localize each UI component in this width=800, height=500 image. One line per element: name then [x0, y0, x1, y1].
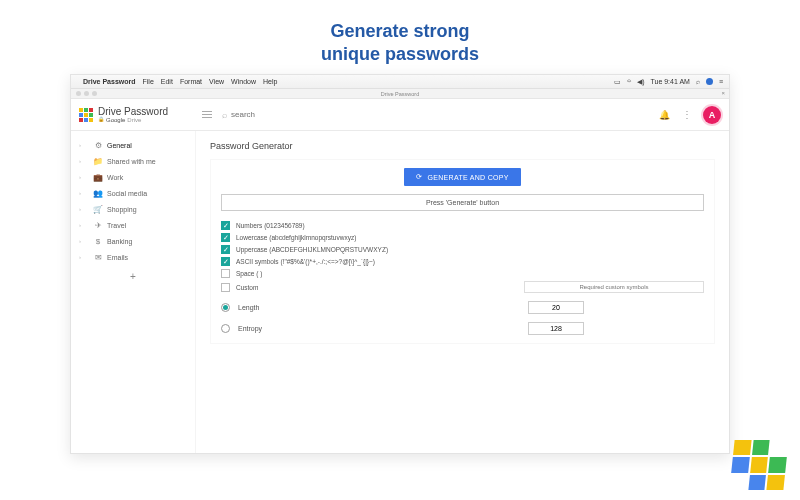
volume-icon[interactable]: ◀) — [637, 78, 644, 86]
add-category-button[interactable]: + — [71, 265, 195, 288]
search-input[interactable] — [231, 110, 291, 119]
sidebar-item-banking[interactable]: › $ Banking — [71, 233, 195, 249]
mode-radios: Length Entropy — [221, 301, 704, 335]
sidebar-item-social[interactable]: › 👥 Social media — [71, 185, 195, 201]
refresh-icon: ⟳ — [416, 173, 422, 181]
sidebar-item-emails[interactable]: › ✉ Emails — [71, 249, 195, 265]
spotlight-icon[interactable]: ⌕ — [696, 78, 700, 85]
sidebar-item-label: Banking — [107, 238, 187, 245]
headline-line1: Generate strong — [0, 20, 800, 43]
menu-icon[interactable] — [202, 111, 212, 119]
sidebar-item-label: Emails — [107, 254, 187, 261]
more-icon[interactable]: ⋮ — [682, 109, 691, 120]
sidebar-item-label: Shared with me — [107, 158, 187, 165]
notifications-icon[interactable]: ≡ — [719, 78, 723, 85]
folder-icon: 📁 — [91, 157, 105, 166]
airplay-icon[interactable]: ▭ — [614, 78, 621, 86]
sidebar-item-label: Social media — [107, 190, 187, 197]
headline-line2: unique passwords — [0, 43, 800, 66]
briefcase-icon: 💼 — [91, 173, 105, 182]
checkbox-ascii[interactable]: ✓ — [221, 257, 230, 266]
chevron-right-icon: › — [79, 158, 89, 164]
option-custom: Custom — [221, 281, 704, 293]
menubar-help[interactable]: Help — [263, 78, 277, 85]
gear-icon: ⚙ — [91, 141, 105, 150]
option-lowercase: ✓ Lowercase (abcdefghijklmnopqrstuvwxyz) — [221, 233, 704, 242]
sidebar-item-work[interactable]: › 💼 Work — [71, 169, 195, 185]
checkbox-numbers[interactable]: ✓ — [221, 221, 230, 230]
sidebar-item-label: Shopping — [107, 206, 187, 213]
sidebar-item-shared[interactable]: › 📁 Shared with me — [71, 153, 195, 169]
option-numbers: ✓ Numbers (0123456789) — [221, 221, 704, 230]
brand-subtitle: 🔒 Google Drive — [98, 117, 168, 123]
generate-button[interactable]: ⟳ GENERATE AND COPY — [404, 168, 521, 186]
menubar-app-name[interactable]: Drive Password — [83, 78, 136, 85]
plane-icon: ✈ — [91, 221, 105, 230]
checkbox-space[interactable] — [221, 269, 230, 278]
sidebar-item-label: Travel — [107, 222, 187, 229]
menubar-time[interactable]: Tue 9:41 AM — [650, 78, 689, 85]
brand-logo-icon — [79, 108, 93, 122]
chevron-right-icon: › — [79, 206, 89, 212]
option-uppercase: ✓ Uppercase (ABCDEFGHIJKLMNOPQRSTUVWXYZ) — [221, 245, 704, 254]
radio-length-row: Length — [221, 301, 704, 314]
menubar-edit[interactable]: Edit — [161, 78, 173, 85]
checkbox-lowercase[interactable]: ✓ — [221, 233, 230, 242]
lock-icon: 🔒 — [98, 117, 104, 122]
chevron-right-icon: › — [79, 142, 89, 148]
result-output[interactable]: Press 'Generate' button — [221, 194, 704, 211]
mail-icon: ✉ — [91, 253, 105, 262]
entropy-input[interactable] — [528, 322, 584, 335]
option-ascii: ✓ ASCII symbols (!"#$%&'()*+,-./:;<=>?@[… — [221, 257, 704, 266]
radio-entropy-row: Entropy — [221, 322, 704, 335]
brand: Drive Password 🔒 Google Drive — [79, 107, 168, 123]
sidebar-item-shopping[interactable]: › 🛒 Shopping — [71, 201, 195, 217]
length-input[interactable] — [528, 301, 584, 314]
wifi-icon[interactable]: ⌔ — [627, 78, 631, 85]
chevron-right-icon: › — [79, 238, 89, 244]
search-icon: ⌕ — [222, 110, 227, 120]
app-header: Drive Password 🔒 Google Drive ⌕ 🔔 ⋮ A — [71, 99, 729, 131]
menubar-view[interactable]: View — [209, 78, 224, 85]
menubar-window[interactable]: Window — [231, 78, 256, 85]
watermark-logo-icon — [729, 440, 788, 490]
siri-icon[interactable] — [706, 78, 713, 85]
sidebar-item-travel[interactable]: › ✈ Travel — [71, 217, 195, 233]
checkbox-uppercase[interactable]: ✓ — [221, 245, 230, 254]
options-list: ✓ Numbers (0123456789) ✓ Lowercase (abcd… — [221, 221, 704, 293]
generator-card: ⟳ GENERATE AND COPY Press 'Generate' but… — [210, 159, 715, 344]
traffic-lights[interactable] — [76, 91, 97, 96]
window-titlebar: Drive Password × — [71, 89, 729, 99]
people-icon: 👥 — [91, 189, 105, 198]
avatar[interactable]: A — [703, 106, 721, 124]
promo-headline: Generate strong unique passwords — [0, 0, 800, 79]
chevron-right-icon: › — [79, 190, 89, 196]
radio-length[interactable] — [221, 303, 230, 312]
radio-entropy[interactable] — [221, 324, 230, 333]
sidebar-item-label: Work — [107, 174, 187, 181]
app-window: Drive Password File Edit Format View Win… — [70, 74, 730, 454]
search[interactable]: ⌕ — [222, 110, 291, 120]
sidebar: › ⚙ General › 📁 Shared with me › 💼 Work … — [71, 131, 196, 453]
chevron-right-icon: › — [79, 222, 89, 228]
page-title: Password Generator — [210, 141, 715, 151]
window-title: Drive Password — [381, 91, 420, 97]
brand-title: Drive Password — [98, 107, 168, 117]
close-icon[interactable]: × — [721, 90, 725, 96]
cart-icon: 🛒 — [91, 205, 105, 214]
bell-icon[interactable]: 🔔 — [659, 110, 670, 120]
chevron-right-icon: › — [79, 254, 89, 260]
option-space: Space ( ) — [221, 269, 704, 278]
custom-symbols-input[interactable] — [524, 281, 704, 293]
menubar-file[interactable]: File — [143, 78, 154, 85]
checkbox-custom[interactable] — [221, 283, 230, 292]
sidebar-item-label: General — [107, 142, 187, 149]
chevron-right-icon: › — [79, 174, 89, 180]
menubar-format[interactable]: Format — [180, 78, 202, 85]
mac-menubar: Drive Password File Edit Format View Win… — [71, 75, 729, 89]
main-panel: Password Generator ⟳ GENERATE AND COPY P… — [196, 131, 729, 453]
sidebar-item-general[interactable]: › ⚙ General — [71, 137, 195, 153]
dollar-icon: $ — [91, 237, 105, 246]
